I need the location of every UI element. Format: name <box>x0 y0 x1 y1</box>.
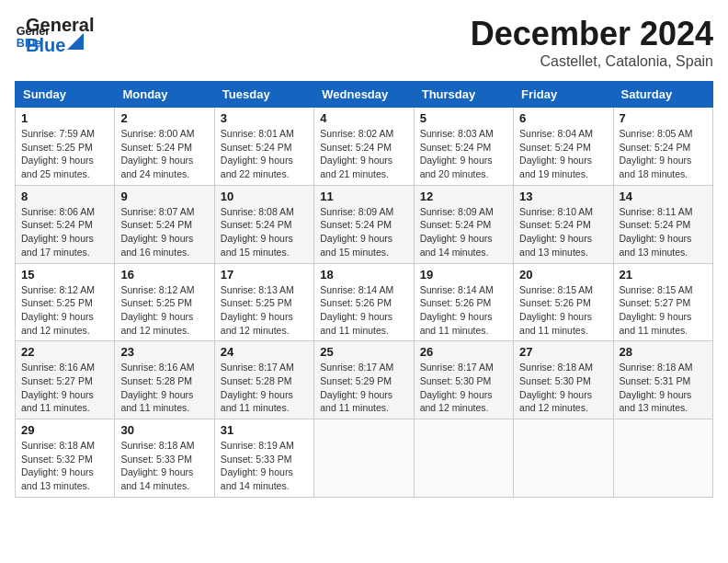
sunrise-text: Sunrise: 8:10 AM <box>519 206 593 217</box>
day-info: Sunrise: 8:16 AMSunset: 5:28 PMDaylight:… <box>120 361 208 415</box>
sunset-text: Sunset: 5:28 PM <box>120 375 192 386</box>
day-info: Sunrise: 8:17 AMSunset: 5:28 PMDaylight:… <box>221 361 308 415</box>
sunset-text: Sunset: 5:31 PM <box>620 375 691 386</box>
sunset-text: Sunset: 5:25 PM <box>221 297 292 308</box>
sunset-text: Sunset: 5:27 PM <box>620 297 691 308</box>
sunrise-text: Sunrise: 8:13 AM <box>221 284 294 295</box>
day-info: Sunrise: 8:04 AMSunset: 5:24 PMDaylight:… <box>519 127 607 181</box>
daylight-text: Daylight: 9 hours and 14 minutes. <box>120 466 193 491</box>
svg-marker-3 <box>67 33 84 50</box>
sunset-text: Sunset: 5:33 PM <box>120 454 192 465</box>
day-number: 20 <box>519 268 607 282</box>
day-number: 6 <box>519 111 607 125</box>
calendar-week-row: 8Sunrise: 8:06 AMSunset: 5:24 PMDaylight… <box>16 185 713 263</box>
day-info: Sunrise: 8:00 AMSunset: 5:24 PMDaylight:… <box>120 127 208 181</box>
daylight-text: Daylight: 9 hours and 11 minutes. <box>221 389 293 414</box>
sunrise-text: Sunrise: 8:15 AM <box>620 284 693 295</box>
sunrise-text: Sunrise: 8:17 AM <box>221 362 294 373</box>
daylight-text: Daylight: 9 hours and 13 minutes. <box>620 389 692 414</box>
calendar-cell <box>314 419 414 498</box>
sunrise-text: Sunrise: 8:09 AM <box>320 206 393 217</box>
sunset-text: Sunset: 5:24 PM <box>221 142 292 153</box>
sunrise-text: Sunrise: 8:05 AM <box>620 128 693 139</box>
day-number: 11 <box>320 190 407 203</box>
day-number: 7 <box>620 111 707 125</box>
sunrise-text: Sunrise: 8:09 AM <box>420 206 494 217</box>
sunset-text: Sunset: 5:24 PM <box>221 219 292 230</box>
day-info: Sunrise: 8:09 AMSunset: 5:24 PMDaylight:… <box>420 205 507 259</box>
day-info: Sunrise: 8:01 AMSunset: 5:24 PMDaylight:… <box>221 127 308 181</box>
calendar-cell: 17Sunrise: 8:13 AMSunset: 5:25 PMDayligh… <box>214 263 313 341</box>
calendar-week-row: 1Sunrise: 7:59 AMSunset: 5:25 PMDaylight… <box>16 108 713 186</box>
calendar-col-wednesday: Wednesday <box>314 82 414 108</box>
daylight-text: Daylight: 9 hours and 11 minutes. <box>120 389 193 414</box>
daylight-text: Daylight: 9 hours and 15 minutes. <box>320 233 392 258</box>
calendar-week-row: 29Sunrise: 8:18 AMSunset: 5:32 PMDayligh… <box>16 419 713 498</box>
day-info: Sunrise: 8:15 AMSunset: 5:26 PMDaylight:… <box>519 283 607 338</box>
page-header: General Blue General Blue December 2024 … <box>15 15 713 70</box>
day-number: 19 <box>420 268 507 282</box>
calendar-cell: 29Sunrise: 8:18 AMSunset: 5:32 PMDayligh… <box>16 419 115 498</box>
sunset-text: Sunset: 5:29 PM <box>320 375 392 386</box>
calendar-week-row: 15Sunrise: 8:12 AMSunset: 5:25 PMDayligh… <box>16 263 713 341</box>
calendar-cell: 15Sunrise: 8:12 AMSunset: 5:25 PMDayligh… <box>16 263 115 341</box>
day-number: 18 <box>320 268 407 282</box>
calendar-col-tuesday: Tuesday <box>214 82 313 108</box>
day-info: Sunrise: 8:11 AMSunset: 5:24 PMDaylight:… <box>620 205 707 259</box>
day-number: 22 <box>21 345 108 359</box>
day-number: 29 <box>21 423 108 437</box>
sunset-text: Sunset: 5:33 PM <box>221 454 292 465</box>
day-number: 4 <box>320 111 407 125</box>
logo-arrow-icon <box>67 33 84 50</box>
sunset-text: Sunset: 5:28 PM <box>221 375 292 386</box>
sunset-text: Sunset: 5:24 PM <box>519 219 591 230</box>
sunrise-text: Sunrise: 8:15 AM <box>519 284 593 295</box>
daylight-text: Daylight: 9 hours and 15 minutes. <box>221 233 293 258</box>
sunrise-text: Sunrise: 8:12 AM <box>120 284 194 295</box>
daylight-text: Daylight: 9 hours and 13 minutes. <box>21 466 94 491</box>
sunrise-text: Sunrise: 8:16 AM <box>21 362 95 373</box>
daylight-text: Daylight: 9 hours and 16 minutes. <box>120 233 193 258</box>
daylight-text: Daylight: 9 hours and 14 minutes. <box>420 233 493 258</box>
day-info: Sunrise: 8:19 AMSunset: 5:33 PMDaylight:… <box>221 439 308 493</box>
sunset-text: Sunset: 5:24 PM <box>320 142 392 153</box>
calendar-cell: 27Sunrise: 8:18 AMSunset: 5:30 PMDayligh… <box>514 341 613 419</box>
sunset-text: Sunset: 5:24 PM <box>620 219 691 230</box>
logo: General Blue General Blue <box>15 15 94 55</box>
day-number: 12 <box>420 190 507 203</box>
daylight-text: Daylight: 9 hours and 17 minutes. <box>21 233 94 258</box>
day-number: 8 <box>21 190 108 203</box>
day-info: Sunrise: 8:16 AMSunset: 5:27 PMDaylight:… <box>21 361 108 415</box>
calendar-col-saturday: Saturday <box>613 82 712 108</box>
sunrise-text: Sunrise: 8:02 AM <box>320 128 393 139</box>
sunrise-text: Sunrise: 8:16 AM <box>120 362 194 373</box>
day-info: Sunrise: 8:13 AMSunset: 5:25 PMDaylight:… <box>221 283 308 338</box>
day-number: 30 <box>120 423 208 437</box>
calendar-cell <box>514 419 613 498</box>
daylight-text: Daylight: 9 hours and 22 minutes. <box>221 155 293 179</box>
daylight-text: Daylight: 9 hours and 11 minutes. <box>320 311 392 336</box>
daylight-text: Daylight: 9 hours and 11 minutes. <box>21 389 94 414</box>
title-block: December 2024 Castellet, Catalonia, Spai… <box>471 15 713 70</box>
sunrise-text: Sunrise: 8:06 AM <box>21 206 95 217</box>
calendar-cell: 18Sunrise: 8:14 AMSunset: 5:26 PMDayligh… <box>314 263 414 341</box>
sunrise-text: Sunrise: 8:04 AM <box>519 128 593 139</box>
sunrise-text: Sunrise: 7:59 AM <box>21 128 95 139</box>
calendar-cell: 6Sunrise: 8:04 AMSunset: 5:24 PMDaylight… <box>514 108 613 186</box>
day-number: 2 <box>120 111 208 125</box>
calendar-cell: 25Sunrise: 8:17 AMSunset: 5:29 PMDayligh… <box>314 341 414 419</box>
calendar-cell <box>613 419 712 498</box>
month-title: December 2024 <box>471 15 713 53</box>
calendar-col-sunday: Sunday <box>16 82 115 108</box>
day-number: 27 <box>519 345 607 359</box>
sunset-text: Sunset: 5:24 PM <box>420 219 492 230</box>
calendar-cell: 19Sunrise: 8:14 AMSunset: 5:26 PMDayligh… <box>414 263 513 341</box>
day-info: Sunrise: 8:18 AMSunset: 5:30 PMDaylight:… <box>519 361 607 415</box>
daylight-text: Daylight: 9 hours and 11 minutes. <box>620 311 692 336</box>
day-info: Sunrise: 8:10 AMSunset: 5:24 PMDaylight:… <box>519 205 607 259</box>
sunset-text: Sunset: 5:24 PM <box>620 142 691 153</box>
day-number: 28 <box>620 345 707 359</box>
calendar-header-row: SundayMondayTuesdayWednesdayThursdayFrid… <box>16 82 713 108</box>
day-number: 10 <box>221 190 308 203</box>
day-number: 26 <box>420 345 507 359</box>
